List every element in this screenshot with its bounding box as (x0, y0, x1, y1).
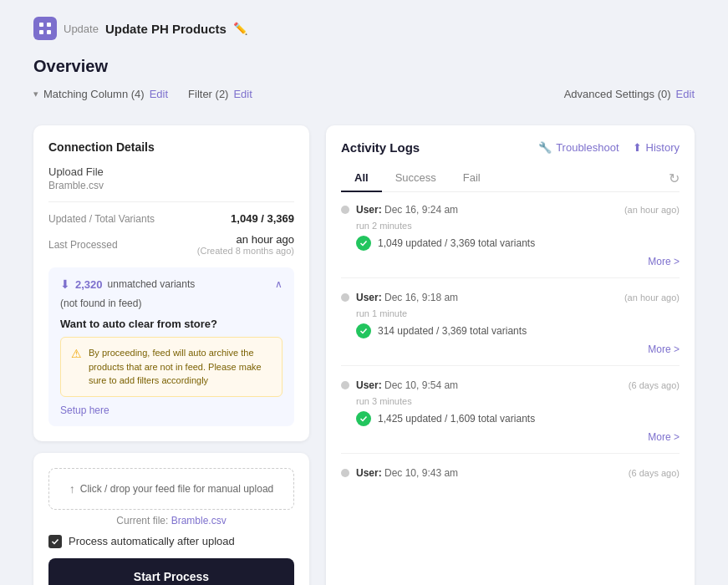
wrench-icon: 🔧 (538, 141, 552, 154)
log-dot (341, 206, 349, 214)
log-time-ago: (an hour ago) (624, 292, 680, 303)
troubleshoot-label: Troubleshoot (556, 141, 619, 154)
refresh-icon[interactable]: ↻ (669, 170, 680, 186)
page-title: Update PH Products (105, 22, 227, 36)
log-user-date: User: Dec 16, 9:24 am (356, 204, 458, 216)
tab-all[interactable]: All (341, 165, 382, 192)
log-result: 1,049 updated / 3,369 total variants (356, 236, 680, 251)
log-result-text: 314 updated / 3,369 total variants (378, 325, 527, 337)
check-icon (356, 411, 371, 426)
process-checkbox[interactable] (48, 535, 62, 548)
activity-logs-title: Activity Logs (341, 140, 420, 155)
log-result-text: 1,049 updated / 3,369 total variants (378, 237, 535, 249)
log-result: 314 updated / 3,369 total variants (356, 323, 680, 338)
current-file-link[interactable]: Bramble.csv (171, 515, 227, 526)
log-user-date: User: Dec 10, 9:43 am (356, 467, 458, 479)
upload-icon: ↑ (69, 482, 75, 496)
log-entry: User: Dec 16, 9:24 am (an hour ago) run … (341, 204, 680, 278)
matching-column-label: Matching Column (4) (43, 88, 145, 100)
upload-zone-text: Click / drop your feed file for manual u… (80, 483, 273, 495)
chevron-down-icon: ▾ (33, 89, 38, 99)
stats-row: Updated / Total Variants 1,049 / 3,369 (48, 212, 294, 225)
advanced-settings-edit[interactable]: Edit (676, 88, 695, 100)
stats-label: Updated / Total Variants (48, 213, 155, 225)
history-button[interactable]: ⬆ History (633, 141, 680, 154)
check-icon (356, 236, 371, 251)
update-label: Update (64, 23, 99, 35)
connection-details-card: Connection Details Upload File Bramble.c… (33, 125, 309, 441)
activity-logs-panel: Activity Logs 🔧 Troubleshoot ⬆ History A… (326, 125, 695, 585)
log-entry: User: Dec 10, 9:54 am (6 days ago) run 3… (341, 379, 680, 454)
log-user-date: User: Dec 10, 9:54 am (356, 379, 458, 391)
tab-fail[interactable]: Fail (450, 165, 494, 192)
warning-icon: ⚠ (71, 347, 82, 360)
unmatched-sub: (not found in feed) (60, 298, 283, 309)
log-entries: User: Dec 16, 9:24 am (an hour ago) run … (341, 204, 680, 494)
upload-file-label: Upload File (48, 165, 294, 178)
troubleshoot-button[interactable]: 🔧 Troubleshoot (538, 141, 619, 154)
log-entry: User: Dec 16, 9:18 am (an hour ago) run … (341, 292, 680, 366)
setup-link[interactable]: Setup here (60, 404, 109, 416)
log-run-time: run 3 minutes (356, 396, 680, 406)
activity-actions: 🔧 Troubleshoot ⬆ History (538, 141, 680, 154)
matching-column-edit[interactable]: Edit (150, 88, 168, 100)
title-edit-icon[interactable]: ✏️ (233, 22, 247, 35)
tab-success[interactable]: Success (382, 165, 450, 192)
process-auto-label: Process automatically after upload (69, 535, 235, 547)
unmatched-count-link[interactable]: 2,320 (75, 278, 103, 291)
log-time-ago: (an hour ago) (624, 205, 680, 215)
matching-column-item: ▾ Matching Column (4) Edit (33, 88, 168, 100)
start-process-button[interactable]: Start Process (48, 558, 294, 586)
log-user-date: User: Dec 16, 9:18 am (356, 292, 458, 303)
stats-value: 1,049 / 3,369 (231, 212, 294, 225)
connection-details-title: Connection Details (48, 140, 294, 154)
log-result: 1,425 updated / 1,609 total variants (356, 411, 680, 426)
svg-rect-0 (39, 23, 43, 27)
log-run-time: run 2 minutes (356, 221, 680, 231)
warning-text: By proceeding, feed will auto archive th… (89, 346, 272, 388)
last-processed-value: an hour ago (197, 233, 294, 246)
warning-box: ⚠ By proceeding, feed will auto archive … (60, 337, 283, 397)
last-processed-row: Last Processed an hour ago (Created 8 mo… (48, 233, 294, 256)
last-processed-sub: (Created 8 months ago) (197, 246, 294, 256)
log-dot (341, 381, 349, 389)
activity-tabs: All Success Fail ↻ (341, 165, 680, 192)
auto-clear-title: Want to auto clear from store? (60, 318, 283, 330)
check-icon (356, 323, 371, 338)
log-result-text: 1,425 updated / 1,609 total variants (378, 413, 535, 425)
history-icon: ⬆ (633, 141, 642, 154)
upload-file-name: Bramble.csv (48, 180, 294, 191)
history-label: History (646, 141, 680, 154)
more-link[interactable]: More > (341, 256, 680, 267)
log-dot (341, 469, 349, 477)
advanced-settings-item: Advanced Settings (0) Edit (564, 88, 695, 100)
log-time-ago: (6 days ago) (629, 468, 680, 478)
log-dot (341, 293, 349, 302)
log-entry: User: Dec 10, 9:43 am (6 days ago) (341, 467, 680, 494)
upload-zone[interactable]: ↑ Click / drop your feed file for manual… (48, 468, 294, 510)
current-file-row: Current file: Bramble.csv (48, 515, 294, 526)
unmatched-banner: ⬇ 2,320 unmatched variants ∧ (not found … (48, 267, 294, 426)
app-icon (33, 17, 57, 40)
chevron-up-icon[interactable]: ∧ (275, 278, 283, 290)
download-icon: ⬇ (60, 277, 70, 291)
upload-card: ↑ Click / drop your feed file for manual… (33, 453, 309, 586)
log-time-ago: (6 days ago) (629, 380, 680, 390)
auto-process-row: Process automatically after upload (48, 535, 294, 548)
last-processed-label: Last Processed (48, 239, 118, 251)
filter-label: Filter (2) (188, 88, 228, 100)
svg-rect-1 (47, 23, 51, 27)
overview-title: Overview (33, 57, 695, 76)
more-link[interactable]: More > (341, 431, 680, 443)
filter-item: Filter (2) Edit (188, 88, 252, 100)
unmatched-label: unmatched variants (108, 278, 196, 290)
svg-rect-2 (39, 30, 43, 34)
current-file-prefix: Current file: (116, 515, 171, 526)
filter-edit[interactable]: Edit (233, 88, 252, 100)
toolbar: ▾ Matching Column (4) Edit Filter (2) Ed… (33, 88, 695, 110)
more-link[interactable]: More > (341, 343, 680, 355)
log-run-time: run 1 minute (356, 308, 680, 318)
advanced-settings-label: Advanced Settings (0) (564, 88, 671, 100)
svg-rect-3 (47, 30, 51, 34)
